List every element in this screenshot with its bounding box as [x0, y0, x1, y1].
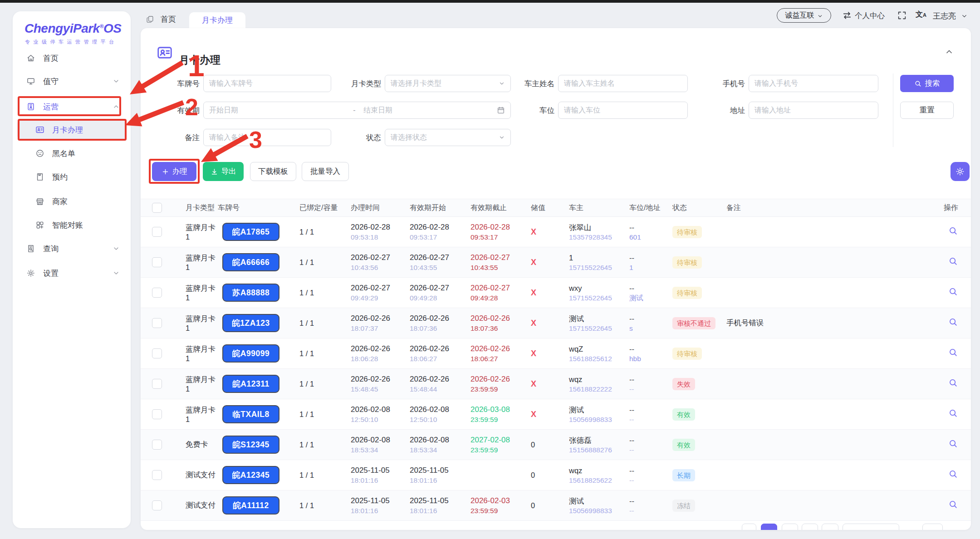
space-input[interactable]: [558, 102, 688, 119]
plate-input[interactable]: [203, 75, 331, 92]
switch-icon[interactable]: [842, 10, 852, 20]
sidebar-item-月卡办理[interactable]: 月卡办理: [17, 120, 126, 139]
view-detail-icon[interactable]: [948, 287, 958, 297]
address-label: 地址: [711, 102, 745, 119]
sidebar-item-值守[interactable]: 值守: [17, 72, 126, 90]
plate-badge[interactable]: 皖A12345: [222, 466, 279, 484]
valid-end-cell: 2026-02-2623:59:59: [470, 369, 531, 399]
card-type-cell: 蓝牌月卡1: [179, 278, 218, 308]
chevron-down-icon: [817, 13, 823, 19]
sad-face-icon: [35, 149, 44, 158]
plate-badge[interactable]: 临TXAIL8: [222, 405, 279, 423]
reset-button[interactable]: 重置: [900, 102, 954, 119]
plate-badge[interactable]: 皖A12311: [222, 375, 279, 393]
sidebar-item-黑名单[interactable]: 黑名单: [17, 144, 126, 162]
row-checkbox[interactable]: [152, 288, 162, 298]
view-detail-icon[interactable]: [948, 317, 958, 327]
select-all-checkbox[interactable]: [152, 203, 162, 213]
row-checkbox[interactable]: [152, 318, 162, 328]
column-header: 备注: [726, 199, 921, 217]
fullscreen-icon[interactable]: [897, 10, 907, 20]
view-detail-icon[interactable]: [948, 256, 958, 266]
sidebar-item-首页[interactable]: 首页: [17, 49, 126, 67]
column-header: 已绑定/容量: [297, 199, 351, 217]
id-card-icon: [35, 125, 44, 134]
space-address-cell: --s: [629, 308, 672, 338]
column-header: 操作: [921, 199, 971, 217]
personal-center-link[interactable]: 个人中心: [855, 11, 885, 21]
column-header: 月卡类型: [179, 199, 218, 217]
remark-input[interactable]: [203, 129, 331, 146]
row-checkbox[interactable]: [152, 470, 162, 480]
column-settings-button[interactable]: [951, 162, 970, 181]
plate-badge[interactable]: 皖A99099: [222, 344, 279, 363]
sidebar-item-智能对账[interactable]: 智能对账: [17, 216, 126, 234]
plate-badge[interactable]: 皖A66666: [222, 253, 279, 271]
validity-daterange[interactable]: 开始日期 - 结束日期: [203, 102, 511, 119]
view-detail-icon[interactable]: [948, 439, 958, 449]
column-header: 有效期开始: [410, 199, 470, 217]
sidebar-item-设置[interactable]: 设置: [17, 264, 126, 282]
row-checkbox[interactable]: [152, 500, 162, 510]
remark-cell: [726, 399, 921, 430]
row-checkbox[interactable]: [152, 440, 162, 450]
row-checkbox[interactable]: [152, 227, 162, 237]
stored-value-cell: 0: [531, 490, 569, 521]
status-select[interactable]: 请选择状态: [385, 129, 511, 146]
pagination-page-button[interactable]: [822, 524, 838, 530]
stored-value-cell: X: [531, 399, 569, 430]
status-cell: 有效: [672, 399, 726, 430]
translate-icon[interactable]: 文A: [916, 10, 926, 20]
sidebar-item-预约[interactable]: 预约: [17, 168, 126, 186]
card-type-cell: 蓝牌月卡1: [179, 338, 218, 369]
sidebar-item-商家[interactable]: 商家: [17, 192, 126, 211]
org-selector[interactable]: 诚益互联: [777, 8, 831, 23]
export-button[interactable]: 导出: [203, 162, 244, 181]
row-checkbox[interactable]: [152, 257, 162, 267]
pagination-page-button[interactable]: [782, 524, 798, 530]
pagination-goto-input[interactable]: [922, 524, 943, 530]
plate-badge[interactable]: 皖S12345: [222, 436, 279, 454]
sidebar-item-运营[interactable]: 运营: [17, 97, 126, 116]
pagination-page-button-active[interactable]: [761, 524, 777, 530]
pagination-page-size-select[interactable]: [843, 524, 899, 530]
copy-icon[interactable]: [146, 15, 154, 23]
username[interactable]: 王志亮: [933, 11, 956, 21]
card-type-cell: 测试支付: [179, 490, 218, 521]
status-badge: 冻结: [672, 500, 695, 512]
view-detail-icon[interactable]: [948, 469, 958, 479]
column-header: 有效期截止: [470, 199, 531, 217]
tab-monthly-card[interactable]: 月卡办理: [189, 12, 245, 28]
batch-import-button[interactable]: 批量导入: [302, 162, 349, 181]
search-button[interactable]: 搜索: [900, 75, 954, 92]
owner-name-input[interactable]: [558, 75, 688, 92]
pagination-prev-button[interactable]: [742, 524, 756, 530]
address-input[interactable]: [749, 102, 878, 119]
view-detail-icon[interactable]: [948, 348, 958, 358]
plate-badge[interactable]: 皖A11112: [222, 496, 279, 514]
plate-badge[interactable]: 苏A88888: [222, 284, 279, 302]
phone-input[interactable]: [749, 75, 878, 92]
tab-home[interactable]: 首页: [161, 14, 176, 25]
table-row: 蓝牌月卡1皖A666661 / 12026-02-2710:43:562026-…: [141, 247, 971, 278]
table-row: 蓝牌月卡1皖1ZA1231 / 12026-02-2618:07:372026-…: [141, 308, 971, 338]
sidebar-item-查询[interactable]: 查询: [17, 240, 126, 258]
collapse-chevron-icon[interactable]: [945, 47, 954, 56]
space-address-cell: ----: [629, 460, 672, 490]
row-checkbox[interactable]: [152, 348, 162, 358]
pagination-page-button[interactable]: [802, 524, 818, 530]
status-cell: 待审核: [672, 338, 726, 369]
download-template-button[interactable]: 下载模板: [250, 162, 296, 181]
plate-badge[interactable]: 皖A17865: [222, 223, 279, 241]
card-type-select[interactable]: 请选择月卡类型: [385, 75, 511, 92]
view-detail-icon[interactable]: [948, 408, 958, 418]
table-row: 测试支付皖A123451 / 12025-11-0518:01:162025-1…: [141, 460, 971, 490]
plate-badge[interactable]: 皖1ZA123: [222, 314, 279, 332]
row-checkbox[interactable]: [152, 379, 162, 389]
row-checkbox[interactable]: [152, 409, 162, 419]
apply-button[interactable]: 办理: [152, 162, 196, 181]
view-detail-icon[interactable]: [948, 226, 958, 236]
user-chevron-down-icon[interactable]: [961, 13, 968, 20]
view-detail-icon[interactable]: [948, 378, 958, 388]
view-detail-icon[interactable]: [948, 500, 958, 510]
